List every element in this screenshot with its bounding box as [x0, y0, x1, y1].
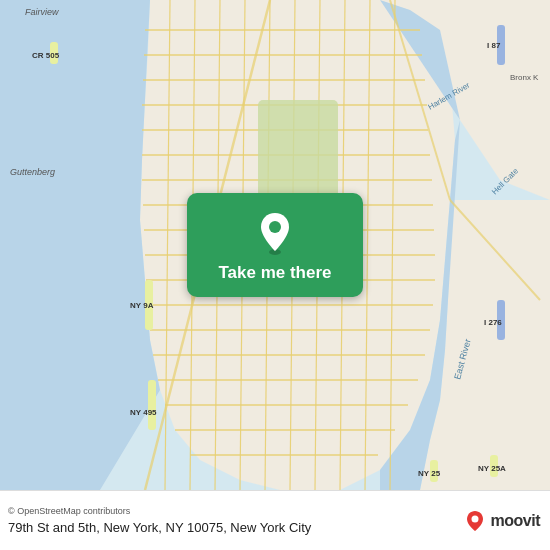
svg-text:CR 505: CR 505 — [32, 51, 60, 60]
svg-text:NY 25: NY 25 — [418, 469, 441, 478]
svg-rect-39 — [148, 380, 156, 430]
svg-text:NY 495: NY 495 — [130, 408, 157, 417]
svg-point-61 — [269, 221, 281, 233]
take-me-there-button[interactable]: Take me there — [187, 193, 363, 297]
svg-text:Bronx K: Bronx K — [510, 73, 539, 82]
footer-left: © OpenStreetMap contributors 79th St and… — [8, 506, 311, 535]
moovit-pin-icon — [463, 509, 487, 533]
svg-text:Guttenberg: Guttenberg — [10, 167, 55, 177]
osm-attribution: © OpenStreetMap contributors — [8, 506, 311, 516]
location-pin-icon — [257, 211, 293, 255]
svg-text:NY 25A: NY 25A — [478, 464, 506, 473]
footer-bar: © OpenStreetMap contributors 79th St and… — [0, 490, 550, 550]
svg-text:I 87: I 87 — [487, 41, 501, 50]
moovit-wordmark: moovit — [491, 512, 540, 530]
moovit-logo: moovit — [463, 509, 540, 533]
map-container: NY 9A NY 495 I 87 I 276 NY 25 NY 25A CR … — [0, 0, 550, 490]
svg-text:Fairview: Fairview — [25, 7, 59, 17]
location-text: 79th St and 5th, New York, NY 10075, New… — [8, 520, 311, 535]
svg-point-62 — [471, 515, 478, 522]
svg-text:I 276: I 276 — [484, 318, 502, 327]
svg-text:NY 9A: NY 9A — [130, 301, 154, 310]
take-me-there-label: Take me there — [218, 263, 331, 283]
